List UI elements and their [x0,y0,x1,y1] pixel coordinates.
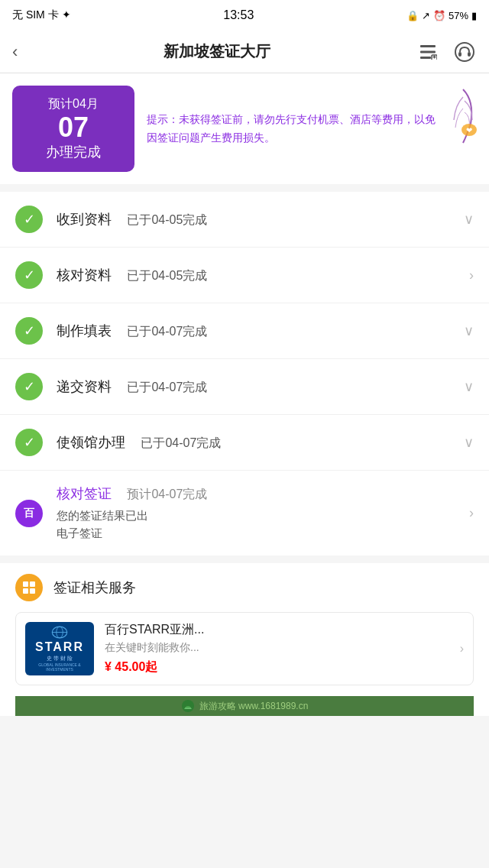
step-item[interactable]: ✓ 制作填表 已于04-07完成 ∨ [0,303,489,359]
banner-date-box: 预计04月 07 办理完成 [12,86,134,172]
step-title: 收到资料 [57,212,112,227]
svg-text:❤: ❤ [466,126,472,134]
step-icon-check: ✓ [15,206,43,233]
step-item[interactable]: ✓ 核对资料 已于04-05完成 › [0,248,489,303]
step-content: 收到资料 已于04-05完成 [57,210,458,228]
banner-tip-text: 提示：未获得签证前，请勿先行支付机票、酒店等费用，以免因签证问题产生费用损失。 [147,111,477,147]
page-title: 新加坡签证大厅 [164,41,270,62]
alarm-icon: ⏰ [433,10,445,21]
step-item[interactable]: ✓ 使领馆办理 已于04-07完成 ∨ [0,415,489,471]
svg-rect-0 [420,45,436,47]
svg-rect-6 [468,52,471,57]
location-icon: ↗ [422,10,430,21]
banner-prefix: 预计04月 [48,96,99,112]
chevron-down-icon: ∨ [464,378,474,395]
step-status: 已于04-07完成 [127,381,207,394]
step-content: 核对签证 预计04-07完成 您的签证结果已出 电子签证 [57,484,463,542]
svg-rect-1 [420,50,436,53]
service-icon [15,574,43,601]
step-status-active: 预计04-07完成 [127,487,207,500]
step-icon-active: 百 [15,500,43,527]
step-icon-check: ✓ [15,429,43,456]
step-subtext: 您的签证结果已出 电子签证 [57,507,463,542]
watermark-text: 旅游攻略 www.1681989.cn [199,700,309,713]
watermark-bar: 旅游攻略 www.1681989.cn [15,696,474,716]
status-bar: 无 SIM 卡 ✦ 13:53 🔒 ↗ ⏰ 57% ▮ [0,0,489,31]
service-desc: 在关键时刻能救你... [105,641,455,655]
service-logo: STARR 史 带 财 险 GLOBAL INSURANCE & INVESTM… [25,622,94,675]
chevron-right-icon: › [469,505,474,521]
lock-icon: 🔒 [406,10,419,21]
service-name: 百行STARR亚洲... [105,622,455,638]
banner-date: 07 [58,114,89,141]
chevron-down-icon: ∨ [464,211,474,228]
step-status: 已于04-07完成 [127,325,207,338]
step-icon-check: ✓ [15,261,43,289]
step-item[interactable]: ✓ 收到资料 已于04-05完成 ∨ [0,192,489,248]
service-header: 签证相关服务 [15,574,474,601]
svg-point-4 [455,43,474,61]
chevron-right-icon: › [469,267,474,283]
svg-rect-11 [23,588,28,594]
feather-icon: ❤ [446,86,480,147]
step-content: 使领馆办理 已于04-07完成 [57,433,458,452]
service-price: ¥ 45.00起 [105,659,455,675]
status-right: 🔒 ↗ ⏰ 57% ▮ [406,10,477,21]
svg-rect-5 [458,52,461,57]
banner-suffix: 办理完成 [46,143,101,161]
step-title: 核对资料 [57,267,112,283]
step-item-active[interactable]: 百 核对签证 预计04-07完成 您的签证结果已出 电子签证 › [0,471,489,555]
svg-rect-12 [30,588,35,594]
battery-icon: ▮ [471,10,477,21]
svg-rect-10 [30,581,35,587]
step-title: 使领馆办理 [57,435,125,450]
step-sub-line1: 您的签证结果已出 [57,507,463,525]
steps-section: ✓ 收到资料 已于04-05完成 ∨ ✓ 核对资料 已于04-05完成 › ✓ … [0,192,489,555]
banner-tip: 提示：未获得签证前，请勿先行支付机票、酒店等费用，以免因签证问题产生费用损失。 … [147,86,477,172]
service-card[interactable]: STARR 史 带 财 险 GLOBAL INSURANCE & INVESTM… [15,612,474,685]
service-section-title: 签证相关服务 [53,578,136,597]
chevron-down-icon: ∨ [464,322,474,339]
step-title: 递交资料 [57,379,112,394]
service-section: 签证相关服务 STARR 史 带 财 险 GLOBAL INSURANCE & … [0,563,489,716]
step-status: 已于04-05完成 [127,213,207,226]
step-content: 递交资料 已于04-07完成 [57,377,458,396]
step-item[interactable]: ✓ 递交资料 已于04-07完成 ∨ [0,359,489,415]
battery-level: 57% [449,10,468,21]
nav-bar: ‹ 新加坡签证大厅 [0,31,489,73]
step-sub-line2: 电子签证 [57,525,463,542]
step-icon-check: ✓ [15,317,43,345]
svg-rect-9 [23,581,28,587]
nav-icons [416,40,477,64]
step-title-active: 核对签证 [57,486,112,501]
banner: 预计04月 07 办理完成 提示：未获得签证前，请勿先行支付机票、酒店等费用，以… [0,73,489,184]
step-title: 制作填表 [57,323,112,338]
svg-rect-2 [420,57,431,59]
chevron-right-icon: › [460,642,464,656]
sim-status: 无 SIM 卡 ✦ [12,8,71,22]
chevron-down-icon: ∨ [464,434,474,451]
status-time: 13:53 [223,8,254,22]
step-icon-check: ✓ [15,373,43,400]
back-button[interactable]: ‹ [12,42,18,62]
step-content: 制作填表 已于04-07完成 [57,322,458,340]
headset-icon-button[interactable] [452,40,477,64]
step-status: 已于04-05完成 [127,269,207,282]
travel-icon [181,699,195,713]
step-content: 核对资料 已于04-05完成 [57,266,463,284]
status-left: 无 SIM 卡 ✦ [12,8,71,22]
step-status: 已于04-07完成 [141,436,221,449]
list-icon-button[interactable] [416,40,440,64]
service-info: 百行STARR亚洲... 在关键时刻能救你... ¥ 45.00起 [105,622,455,675]
